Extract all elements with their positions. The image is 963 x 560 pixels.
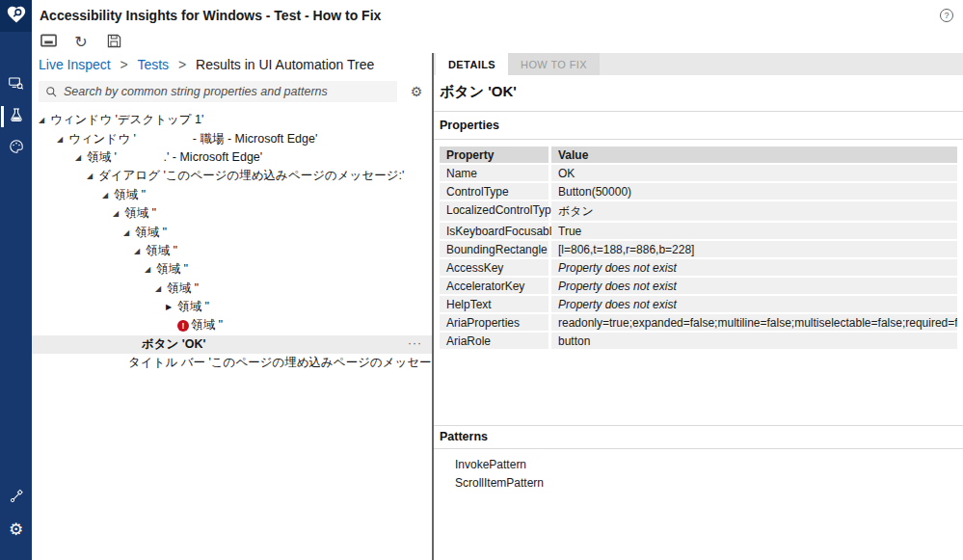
tree-item[interactable]: ◢領域 '' bbox=[32, 280, 432, 298]
divider-line bbox=[434, 111, 963, 112]
sidebar-item-inspect[interactable] bbox=[0, 71, 32, 98]
tree-item-label: ダイアログ 'このページの埋め込みページのメッセージ:' bbox=[98, 168, 404, 184]
sidebar-item-tests[interactable] bbox=[0, 103, 32, 130]
tree-item[interactable]: !領域 '' bbox=[32, 316, 432, 334]
search-icon bbox=[45, 85, 58, 102]
tree-item[interactable]: タイトル バー 'このページの埋め込みページのメッセージ:' bbox=[32, 354, 432, 372]
expanded-arrow-icon[interactable]: ◢ bbox=[145, 265, 156, 274]
expanded-arrow-icon[interactable]: ◢ bbox=[57, 135, 68, 144]
sidebar-item-connection[interactable] bbox=[0, 485, 32, 512]
value-column-header: Value bbox=[551, 147, 957, 163]
gear-icon: ⚙ bbox=[411, 84, 423, 99]
expanded-arrow-icon[interactable]: ◢ bbox=[39, 116, 50, 124]
expanded-arrow-icon[interactable]: ◢ bbox=[75, 153, 87, 162]
refresh-icon: ↻ bbox=[74, 35, 87, 50]
collapsed-arrow-icon[interactable]: ▶ bbox=[166, 303, 177, 311]
breadcrumb-separator: > bbox=[178, 57, 186, 72]
property-value-cell: Button(50000) bbox=[551, 183, 957, 200]
app-logo bbox=[0, 0, 32, 32]
property-row: BoundingRectangle[l=806,t=188,r=886,b=22… bbox=[440, 241, 957, 257]
divider-line bbox=[434, 448, 963, 449]
expanded-arrow-icon[interactable]: ◢ bbox=[113, 209, 124, 218]
refresh-button[interactable]: ↻ bbox=[72, 34, 90, 51]
breadcrumb-live-inspect[interactable]: Live Inspect bbox=[39, 57, 111, 72]
property-value-cell: readonly=true;expanded=false;multiline=f… bbox=[551, 314, 957, 331]
tab-details[interactable]: DETAILS bbox=[436, 53, 508, 75]
property-name-cell: ControlType bbox=[440, 183, 548, 200]
property-value-cell: OK bbox=[551, 165, 957, 181]
property-row: NameOK bbox=[440, 165, 957, 181]
tree-item-label: 領域 ' .' - Microsoft Edge' bbox=[87, 149, 262, 166]
expanded-arrow-icon[interactable]: ◢ bbox=[102, 191, 114, 200]
gear-icon: ⚙ bbox=[9, 521, 23, 538]
tree-item[interactable]: ◢領域 '' bbox=[32, 223, 432, 241]
highlight-window-button[interactable] bbox=[40, 34, 57, 51]
properties-section-title: Properties bbox=[440, 119, 499, 132]
breadcrumb-tests[interactable]: Tests bbox=[137, 57, 169, 72]
sidebar-item-settings[interactable]: ⚙ bbox=[0, 516, 32, 543]
tree-item[interactable]: ◢ウィンドウ 'デスクトップ 1' bbox=[32, 111, 432, 129]
property-value-cell: Property does not exist bbox=[551, 259, 957, 276]
question-mark-icon: ? bbox=[944, 11, 949, 20]
tree-item-label: 領域 '' bbox=[167, 280, 199, 297]
property-value-cell: [l=806,t=188,r=886,b=228] bbox=[551, 241, 957, 257]
breadcrumb-current: Results in UI Automation Tree bbox=[196, 57, 374, 72]
pattern-item[interactable]: InvokePattern bbox=[455, 455, 544, 473]
divider-line bbox=[434, 425, 963, 426]
property-row: AccessKeyProperty does not exist bbox=[440, 259, 957, 276]
tree-item[interactable]: ◢ウィンドウ ' - 職場 - Microsoft Edge' bbox=[32, 129, 432, 147]
breadcrumb-separator: > bbox=[120, 57, 128, 72]
tree-item-label: 領域 '' bbox=[124, 205, 156, 222]
tree-item[interactable]: ◢領域 '' bbox=[32, 186, 432, 204]
help-button[interactable]: ? bbox=[940, 9, 953, 22]
search-settings-button[interactable]: ⚙ bbox=[407, 81, 426, 102]
breadcrumb: Live Inspect > Tests > Results in UI Aut… bbox=[39, 57, 374, 72]
selected-indicator bbox=[1, 106, 4, 127]
tests-beaker-icon bbox=[9, 107, 24, 126]
property-name-cell: Name bbox=[440, 165, 548, 181]
tree-item[interactable]: ◢領域 '' bbox=[32, 242, 432, 260]
expanded-arrow-icon[interactable]: ◢ bbox=[87, 172, 98, 180]
live-inspect-pane: Live Inspect > Tests > Results in UI Aut… bbox=[32, 53, 432, 560]
more-options-button[interactable]: ··· bbox=[408, 336, 422, 350]
tree-item-label: ウィンドウ ' - 職場 - Microsoft Edge' bbox=[68, 131, 317, 147]
tree-item[interactable]: ◢ダイアログ 'このページの埋め込みページのメッセージ:' bbox=[32, 167, 432, 185]
property-name-cell: BoundingRectangle bbox=[440, 241, 548, 257]
tree-item[interactable]: ▶領域 '' bbox=[32, 298, 432, 316]
tree-item-label: 領域 '' bbox=[135, 225, 167, 241]
tree-item-label: 領域 '' bbox=[191, 317, 223, 333]
search-box bbox=[39, 81, 397, 102]
expanded-arrow-icon[interactable]: ◢ bbox=[123, 228, 135, 237]
expanded-arrow-icon[interactable]: ◢ bbox=[155, 284, 167, 293]
properties-table: PropertyValueNameOKControlTypeButton(500… bbox=[440, 147, 957, 351]
expanded-arrow-icon[interactable]: ◢ bbox=[134, 247, 146, 255]
pattern-item[interactable]: ScrollItemPattern bbox=[455, 473, 544, 492]
patterns-section-title: Patterns bbox=[440, 430, 488, 443]
tree-item[interactable]: ◢領域 '' bbox=[32, 204, 432, 223]
uia-tree: ◢ウィンドウ 'デスクトップ 1'◢ウィンドウ ' - 職場 - Microso… bbox=[32, 111, 432, 372]
property-row: LocalizedControlTypeボタン bbox=[440, 201, 957, 221]
property-name-cell: AriaProperties bbox=[440, 314, 548, 331]
tree-item-label: 領域 '' bbox=[177, 299, 209, 315]
divider-line bbox=[434, 139, 963, 140]
property-name-cell: AcceleratorKey bbox=[440, 278, 548, 294]
property-row: AriaPropertiesreadonly=true;expanded=fal… bbox=[440, 314, 957, 331]
property-row: IsKeyboardFocusableTrue bbox=[440, 223, 957, 239]
property-value-cell: True bbox=[551, 223, 957, 239]
details-pane: DETAILS HOW TO FIX ボタン 'OK' Properties P… bbox=[434, 53, 963, 560]
property-name-cell: LocalizedControlType bbox=[440, 201, 548, 221]
tree-item-label: ボタン 'OK' bbox=[142, 336, 206, 353]
nav-rail: ⚙ bbox=[0, 0, 32, 560]
tree-item[interactable]: ◢領域 '' bbox=[32, 260, 432, 279]
tree-item[interactable]: ボタン 'OK'··· bbox=[32, 335, 432, 354]
save-button[interactable] bbox=[105, 34, 122, 51]
tree-item-label: 領域 '' bbox=[156, 261, 188, 278]
save-icon bbox=[107, 34, 121, 52]
sidebar-item-color-contrast[interactable] bbox=[0, 135, 32, 162]
inspect-icon bbox=[8, 75, 24, 95]
tab-how-to-fix[interactable]: HOW TO FIX bbox=[508, 53, 600, 75]
property-row: ControlTypeButton(50000) bbox=[440, 183, 957, 200]
search-input[interactable] bbox=[39, 81, 397, 102]
tree-item[interactable]: ◢領域 ' .' - Microsoft Edge' bbox=[32, 148, 432, 167]
property-row: AcceleratorKeyProperty does not exist bbox=[440, 278, 957, 294]
